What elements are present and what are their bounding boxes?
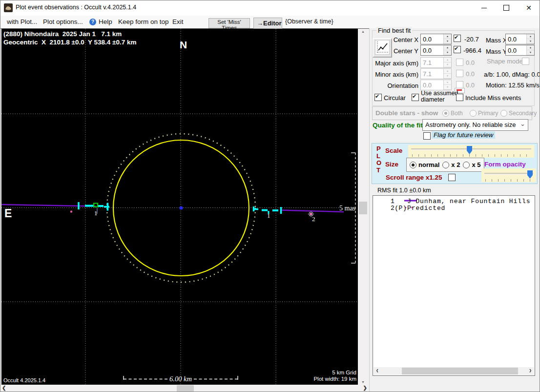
scroll-left-icon[interactable]: ❮ — [376, 368, 378, 373]
observation-row[interactable]: 2(P) Predicted — [373, 205, 445, 211]
major-axis-spinner: 7.1 ▲▼ — [420, 57, 452, 68]
spinner-up-icon[interactable]: ▲ — [527, 34, 534, 39]
menu-exit[interactable]: Exit — [172, 18, 184, 25]
quality-combobox[interactable]: Astrometry only. No reliable size ⌄ — [422, 119, 528, 131]
form-opacity-slider[interactable] — [481, 168, 536, 182]
form-opacity-label: Form opacity — [484, 161, 526, 168]
title-bar[interactable]: Plot event observations : Occult v.4.202… — [0, 0, 540, 16]
quality-label: Quality of the fit — [373, 122, 423, 129]
scale-slider-thumb[interactable] — [467, 146, 472, 154]
spinner-down-icon[interactable]: ▼ — [527, 50, 534, 55]
menu-help[interactable]: Help — [99, 18, 112, 25]
center-y-label: Center Y — [383, 47, 418, 55]
circular-checkbox[interactable] — [374, 94, 382, 101]
plot-letter-p: P — [376, 145, 381, 152]
scroll-right-icon[interactable]: ❯ — [529, 368, 532, 373]
spinner-down-icon: ▼ — [444, 74, 451, 79]
menu-keep-on-top[interactable]: Keep form on top — [118, 18, 169, 25]
shape-model-checkbox — [522, 58, 529, 65]
find-best-fit-title: Find best fit — [376, 27, 412, 34]
predicted-path-swatch — [373, 197, 391, 219]
size-normal-radio[interactable] — [410, 162, 416, 168]
horizontal-scroll-thumb[interactable] — [177, 385, 194, 392]
size-x2-radio[interactable] — [442, 162, 449, 168]
fit-y-checkbox[interactable] — [454, 46, 461, 53]
minor-axis-spinner: 7.1 ▲▼ — [420, 68, 452, 79]
scale-slider[interactable] — [408, 145, 534, 158]
set-miss-times-button[interactable]: Set 'Miss' Times — [208, 18, 250, 28]
observer-time-label: {Observer & time} — [285, 18, 333, 25]
listbox-horizontal-scrollbar[interactable]: ❮ ❯ — [374, 367, 534, 375]
occult-app-icon — [4, 3, 13, 12]
chevron-down-icon[interactable]: ⌄ — [520, 120, 525, 127]
listbox-scroll-thumb[interactable] — [402, 368, 518, 374]
form-opacity-slider-thumb[interactable] — [527, 170, 533, 179]
major-axis-label: Major axis (km) — [370, 60, 418, 67]
orientation-unc: 0.0 — [466, 82, 475, 89]
chord1-right-label: 1 — [267, 212, 270, 219]
mas-scale-label: 5 mas — [339, 205, 355, 212]
close-icon: ✕ — [526, 4, 532, 12]
minimize-icon — [481, 8, 487, 8]
observation-row[interactable]: 1 J Dunham, near Fountain Hills — [373, 198, 530, 205]
flag-review-checkbox[interactable] — [423, 132, 431, 140]
menu-with-plot[interactable]: with Plot... — [7, 18, 37, 25]
mass-x-label: Mass X — [486, 37, 507, 44]
center-x-spinner[interactable]: 0.0 ▲▼ — [420, 34, 452, 44]
north-label: N — [180, 39, 187, 50]
mass-y-label: Mass Y — [486, 48, 507, 55]
spinner-up-icon[interactable]: ▲ — [444, 45, 451, 50]
observations-listbox[interactable]: 1 J Dunham, near Fountain Hills 2(P) Pre… — [373, 195, 535, 376]
scroll-left-icon[interactable]: ❮ — [2, 385, 6, 391]
spinner-up-icon: ▲ — [444, 80, 451, 85]
spinner-up-icon[interactable]: ▲ — [527, 45, 534, 50]
occultation-plot[interactable]: (2880) Nihondaira 2025 Jan 1 7.1 km Geoc… — [1, 29, 358, 385]
plot-horizontal-scrollbar[interactable]: ❮ ❯ — [0, 385, 369, 392]
plot-canvas[interactable]: (2880) Nihondaira 2025 Jan 1 7.1 km Geoc… — [1, 29, 358, 385]
double-stars-both-radio — [442, 110, 449, 117]
double-stars-primary-radio — [470, 110, 477, 117]
orientation-spinner: 0.0 ▲▼ — [420, 80, 452, 90]
spinner-down-icon[interactable]: ▼ — [444, 50, 451, 55]
size-x5-option[interactable]: x 5 — [463, 161, 480, 168]
grid-spacing-label: 5 km Grid — [332, 370, 356, 375]
mass-x-spinner[interactable]: 0.0 ▲▼ — [505, 34, 535, 44]
minimize-button[interactable] — [473, 0, 495, 16]
control-panel: Find best fit Center X 0.0 ▲▼ -20.7 Mass… — [369, 28, 540, 392]
chord1-left-label: 1 — [94, 209, 98, 217]
editor-button[interactable]: →Editor — [253, 18, 282, 29]
close-button[interactable]: ✕ — [518, 0, 540, 16]
size-x2-option[interactable]: x 2 — [442, 161, 460, 168]
include-miss-events-checkbox[interactable] — [456, 94, 463, 101]
double-stars-secondary-label: Secondary — [509, 110, 537, 117]
ab-dmag-label: a/b: 1.00, dMag: 0.00 — [484, 71, 540, 78]
spinner-down-icon[interactable]: ▼ — [444, 39, 451, 44]
mass-y-spinner[interactable]: 0.0 ▲▼ — [505, 45, 535, 56]
major-axis-unc: 0.0 — [466, 59, 475, 66]
center-y-spinner[interactable]: 0.0 ▲▼ — [420, 45, 452, 56]
use-assumed-diameter-checkbox[interactable] — [412, 94, 419, 101]
east-label: E — [4, 207, 12, 220]
scroll-right-icon[interactable]: ❯ — [363, 385, 367, 391]
size-normal-option[interactable]: normal — [410, 161, 439, 168]
fit-x-checkbox[interactable] — [454, 35, 461, 42]
circular-label: Circular — [384, 94, 406, 102]
plot-vertical-scrollbar[interactable]: ▲ ▼ — [358, 29, 368, 385]
scroll-up-icon[interactable]: ▲ — [358, 30, 368, 33]
spinner-down-icon[interactable]: ▼ — [527, 39, 534, 44]
scroll-range-checkbox[interactable] — [448, 174, 456, 181]
minor-axis-label: Minor axis (km) — [370, 71, 418, 78]
size-x5-radio[interactable] — [463, 162, 470, 168]
orientation-label: Orientation — [370, 82, 418, 89]
menu-plot-options[interactable]: Plot options... — [43, 18, 83, 25]
use-assumed-diameter-label: Use assumed diameter — [421, 90, 458, 103]
help-icon[interactable]: ? — [89, 19, 96, 25]
plot-letter-t: T — [376, 166, 380, 174]
plot-letter-l: L — [376, 152, 380, 160]
spinner-up-icon[interactable]: ▲ — [444, 34, 451, 39]
plot-title-line2: Geocentric X 2101.8 ±0.0 Y 538.4 ±0.7 km — [3, 39, 137, 46]
maximize-button[interactable] — [495, 0, 518, 16]
major-axis-unc-checkbox — [456, 59, 463, 66]
vertical-scroll-thumb[interactable] — [359, 202, 367, 214]
scroll-down-icon[interactable]: ▼ — [358, 380, 368, 384]
